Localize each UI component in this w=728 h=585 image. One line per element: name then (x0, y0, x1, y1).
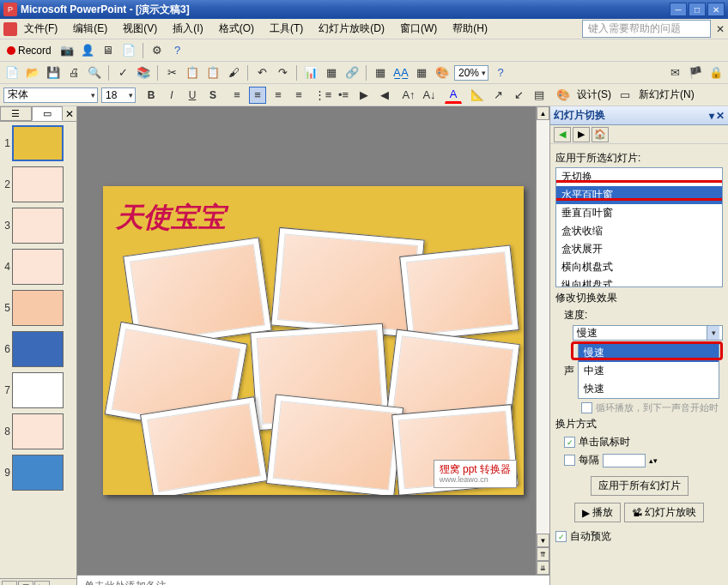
newslide-icon[interactable]: ▭ (616, 87, 634, 104)
numbering-icon[interactable]: ⋮≡ (314, 87, 331, 104)
sorter-view-icon[interactable]: ⊞ (18, 581, 33, 586)
align-right-icon[interactable]: ≡ (270, 87, 287, 104)
design-label[interactable]: 设计(S) (575, 87, 613, 102)
align-left-icon[interactable]: ≡ (228, 87, 246, 104)
menu-tools[interactable]: 工具(T) (266, 20, 306, 38)
settings-icon[interactable]: ⚙ (149, 42, 166, 59)
font-color-icon[interactable]: A (445, 87, 462, 104)
webcam-icon[interactable]: 👤 (79, 42, 96, 59)
normal-view-icon[interactable]: ▭ (2, 581, 17, 586)
screen-icon[interactable]: 🖥 (100, 42, 117, 59)
increase-font-icon[interactable]: A↑ (400, 87, 417, 104)
interval-input[interactable] (603, 454, 646, 467)
redo-icon[interactable]: ↷ (274, 64, 291, 81)
italic-icon[interactable]: I (163, 87, 180, 104)
thumbs-close-icon[interactable]: ✕ (63, 106, 76, 121)
interval-checkbox[interactable] (564, 455, 575, 466)
research-icon[interactable]: 📚 (135, 64, 152, 81)
menu-format[interactable]: 格式(O) (215, 20, 258, 38)
thumbnail-8[interactable] (12, 413, 64, 449)
tables-borders-icon[interactable]: ▦ (372, 64, 389, 81)
expand-icon[interactable]: ↗ (489, 87, 507, 104)
dropdown-item[interactable]: 中速 (579, 362, 719, 380)
nav-forward-icon[interactable]: ▶ (573, 127, 590, 142)
print-icon[interactable]: 🖨 (65, 64, 82, 81)
speed-select[interactable]: 慢速 (573, 325, 723, 341)
taskpane-close-icon[interactable]: ✕ (716, 110, 725, 122)
newslide-label[interactable]: 新幻灯片(N) (637, 87, 696, 102)
list-item[interactable]: 垂直百叶窗 (556, 204, 722, 222)
onclick-checkbox[interactable]: ✓ (564, 437, 575, 448)
apply-all-button[interactable]: 应用于所有幻灯片 (591, 476, 689, 496)
spell-icon[interactable]: ✓ (114, 64, 131, 81)
vertical-scrollbar[interactable]: ▲▼ ⇈⇊ (536, 106, 549, 575)
document-icon[interactable]: 📄 (120, 42, 137, 59)
record-button[interactable]: Record (3, 45, 55, 57)
underline-icon[interactable]: U (184, 87, 201, 104)
hyperlink-icon[interactable]: 🔗 (343, 64, 361, 81)
color-icon[interactable]: 🎨 (434, 64, 451, 81)
camera-icon[interactable]: 📷 (58, 42, 76, 59)
ruler-icon[interactable]: 📐 (469, 87, 486, 104)
minimize-button[interactable]: ─ (670, 3, 687, 16)
paste-icon[interactable]: 📋 (204, 64, 221, 81)
outline-tab[interactable]: ☰ (0, 106, 32, 121)
menu-slideshow[interactable]: 幻灯片放映(D) (315, 20, 388, 38)
grid-icon[interactable]: ▦ (413, 64, 430, 81)
thumbnail-2[interactable] (12, 166, 64, 202)
menu-window[interactable]: 窗口(W) (397, 20, 440, 38)
bullets-icon[interactable]: •≡ (335, 87, 352, 104)
menu-view[interactable]: 视图(V) (119, 20, 161, 38)
autopreview-checkbox[interactable]: ✓ (555, 531, 567, 542)
collapse-icon[interactable]: ↙ (510, 87, 527, 104)
close-button[interactable]: ✕ (707, 3, 725, 16)
play-button[interactable]: ▶ 播放 (574, 503, 621, 522)
menu-help[interactable]: 帮助(H) (449, 20, 491, 38)
thumbnail-5[interactable] (12, 290, 64, 326)
open-icon[interactable]: 📂 (24, 64, 41, 81)
nav-home-icon[interactable]: 🏠 (592, 127, 609, 142)
send-icon[interactable]: ✉ (666, 64, 683, 81)
save-icon[interactable]: 💾 (45, 64, 62, 81)
slide-canvas[interactable]: 天使宝宝 狸窝 ppt 转换器 www.leawo.cn (103, 186, 524, 495)
slides-tab[interactable]: ▭ (32, 106, 64, 121)
thumbnail-9[interactable] (12, 455, 64, 491)
bold-icon[interactable]: B (143, 87, 160, 104)
font-name-combo[interactable]: 宋体 (3, 87, 98, 103)
show-formatting-icon[interactable]: A̲A̲ (392, 64, 410, 81)
preview-icon[interactable]: 🔍 (86, 64, 103, 81)
permissions-icon[interactable]: 🔒 (707, 64, 725, 81)
format-painter-icon[interactable]: 🖌 (225, 64, 242, 81)
table-icon[interactable]: ▦ (323, 64, 340, 81)
slideshow-view-icon[interactable]: ▶ (34, 581, 50, 586)
transition-list[interactable]: 无切换 水平百叶窗 垂直百叶窗 盒状收缩 盒状展开 横向棋盘式 纵向棋盘式 水平… (555, 167, 723, 287)
thumbnail-list[interactable]: 1 2 3 4 5 6 7 8 9 (0, 122, 76, 578)
cut-icon[interactable]: ✂ (163, 64, 180, 81)
maximize-button[interactable]: □ (689, 3, 706, 16)
undo-icon[interactable]: ↶ (253, 64, 270, 81)
slideshow-button[interactable]: 📽 幻灯片放映 (624, 503, 704, 522)
align-center-icon[interactable]: ≡ (249, 87, 266, 104)
thumbnail-4[interactable] (12, 249, 64, 285)
list-item[interactable]: 无切换 (556, 168, 722, 186)
help-icon[interactable]: ? (169, 42, 186, 59)
decrease-indent-icon[interactable]: ◀ (376, 87, 393, 104)
loop-checkbox[interactable] (581, 402, 592, 413)
copy-icon[interactable]: 📋 (184, 64, 201, 81)
menu-insert[interactable]: 插入(I) (169, 20, 206, 38)
list-item[interactable]: 盒状收缩 (556, 222, 722, 240)
help-search[interactable]: 键入需要帮助的问题 (582, 20, 711, 38)
dropdown-item[interactable]: 快速 (579, 380, 719, 398)
distribute-icon[interactable]: ≡ (290, 87, 307, 104)
increase-indent-icon[interactable]: ▶ (355, 87, 373, 104)
nav-back-icon[interactable]: ◀ (554, 127, 571, 142)
new-icon[interactable]: 📄 (3, 64, 21, 81)
thumbnail-7[interactable] (12, 372, 64, 408)
shadow-icon[interactable]: S (204, 87, 221, 104)
decrease-font-icon[interactable]: A↓ (421, 87, 438, 104)
taskpane-dropdown-icon[interactable]: ▾ (709, 110, 714, 122)
help2-icon[interactable]: ? (492, 64, 509, 81)
dropdown-item[interactable]: 慢速 (579, 344, 719, 362)
thumbnail-1[interactable] (12, 125, 64, 161)
list-item[interactable]: 横向棋盘式 (556, 258, 722, 276)
